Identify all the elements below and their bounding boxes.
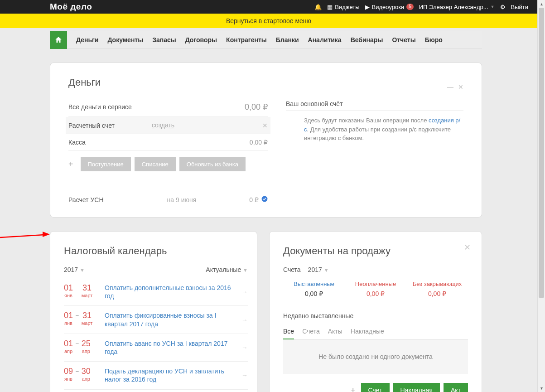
account-label: Расчетный счет bbox=[68, 122, 152, 129]
home-icon bbox=[54, 36, 63, 44]
refresh-bank-button[interactable]: Обновить из банка bbox=[179, 157, 246, 171]
docs-tab[interactable]: Все bbox=[283, 324, 294, 339]
close-icon[interactable]: ✕ bbox=[464, 242, 471, 252]
nav-forms[interactable]: Бланки bbox=[276, 36, 299, 44]
usn-date: на 9 июня bbox=[167, 196, 197, 203]
nav-reports[interactable]: Отчеты bbox=[392, 36, 415, 44]
all-money-value: 0,00 ₽ bbox=[245, 102, 268, 112]
docs-tab[interactable]: Акты bbox=[328, 324, 342, 339]
videos-label: Видеоуроки bbox=[372, 4, 405, 10]
expense-button[interactable]: Списание bbox=[135, 157, 176, 171]
tax-item[interactable]: 01апр–25апрОплатить аванс по УСН за I кв… bbox=[64, 334, 248, 361]
return-start-menu-label: Вернуться в стартовое меню bbox=[226, 17, 311, 24]
home-button[interactable] bbox=[50, 31, 67, 49]
bell-icon[interactable]: 🔔 bbox=[314, 4, 322, 10]
add-doc-icon[interactable]: + bbox=[351, 386, 356, 392]
add-icon[interactable]: + bbox=[68, 160, 77, 169]
money-widget: Деньги — ✕ Все деньги в сервисе 0,00 ₽ Р… bbox=[50, 63, 482, 218]
scroll-thumb[interactable] bbox=[539, 8, 544, 298]
videos-badge: 5 bbox=[406, 4, 414, 10]
cash-value: 0,00 ₽ bbox=[250, 139, 268, 146]
tax-filter-select[interactable]: Актуальные ▼ bbox=[206, 266, 248, 273]
close-icon[interactable]: ✕ bbox=[458, 83, 463, 91]
exit-label: Выйти bbox=[511, 4, 529, 10]
user-label: ИП Элеазер Александр... bbox=[419, 4, 488, 10]
tax-dates: 01янв–31март bbox=[64, 311, 98, 326]
widgets-label: Виджеты bbox=[335, 4, 359, 10]
arrow-right-icon: → bbox=[241, 344, 248, 351]
waybill-button[interactable]: Накладная bbox=[393, 383, 440, 392]
nav-stock[interactable]: Запасы bbox=[152, 36, 176, 44]
chevron-down-icon: ▼ bbox=[491, 5, 495, 9]
act-button[interactable]: Акт bbox=[444, 383, 468, 392]
tax-item[interactable]: 09янв–30апрПодать декларацию по УСН и за… bbox=[64, 361, 248, 389]
docs-col-value: 0,00 ₽ bbox=[283, 290, 345, 297]
chevron-down-icon: ▼ bbox=[80, 267, 85, 273]
docs-col-value: 0,00 ₽ bbox=[406, 290, 468, 297]
exit-link[interactable]: Выйти bbox=[511, 4, 529, 10]
docs-summary-col[interactable]: Неоплаченные0,00 ₽ bbox=[345, 281, 406, 297]
tax-dates: 01янв–31март bbox=[64, 284, 98, 298]
docs-summary: Выставленные0,00 ₽Неоплаченные0,00 ₽Без … bbox=[283, 281, 468, 303]
tax-item[interactable]: 01янв–31мартОплатить дополнительные взно… bbox=[64, 278, 248, 305]
user-menu[interactable]: ИП Элеазер Александр... ▼ bbox=[419, 4, 495, 10]
arrow-right-icon: → bbox=[241, 372, 248, 379]
create-account-link[interactable]: создать bbox=[152, 121, 174, 129]
nav-counterparties[interactable]: Контрагенты bbox=[226, 36, 267, 44]
nav-documents[interactable]: Документы bbox=[107, 36, 143, 44]
play-icon: ▶ bbox=[365, 4, 370, 10]
scroll-down-icon[interactable]: ▾ bbox=[538, 384, 545, 392]
income-button[interactable]: Поступление bbox=[81, 157, 131, 171]
logo: Моё дело bbox=[50, 2, 92, 12]
docs-tabs: ВсеСчетаАктыНакладные bbox=[283, 324, 468, 339]
nav-webinars[interactable]: Вебинары bbox=[351, 36, 383, 44]
sales-docs-title: Документы на продажу bbox=[283, 245, 468, 257]
vertical-scrollbar[interactable]: ▴ ▾ bbox=[537, 0, 545, 392]
tax-item[interactable]: 01янв–31мартОплатить фиксированные взнос… bbox=[64, 305, 248, 333]
gear-icon: ⚙ bbox=[500, 4, 506, 10]
nav-bureau[interactable]: Бюро bbox=[425, 36, 443, 44]
docs-col-label: Неоплаченные bbox=[345, 281, 406, 287]
money-title: Деньги bbox=[68, 77, 101, 88]
tax-calendar-title: Налоговый календарь bbox=[64, 245, 248, 257]
usn-label: Расчет УСН bbox=[68, 196, 104, 203]
hint-part1: Здесь будут показаны Ваши операции после bbox=[304, 117, 429, 124]
docs-col-label: Выставленные bbox=[283, 281, 345, 287]
nav-money[interactable]: Деньги bbox=[76, 36, 98, 44]
videos-link[interactable]: ▶ Видеоуроки 5 bbox=[365, 4, 414, 10]
tax-item-text[interactable]: Подать декларацию по УСН и заплатить нал… bbox=[105, 367, 235, 383]
docs-summary-col[interactable]: Без закрывающих0,00 ₽ bbox=[406, 281, 468, 297]
scroll-up-icon[interactable]: ▴ bbox=[538, 0, 545, 8]
tax-dates: 09янв–30апр bbox=[64, 367, 98, 382]
docs-year-select[interactable]: 2017 ▼ bbox=[308, 266, 329, 273]
docs-tab[interactable]: Накладные bbox=[351, 324, 384, 339]
account-remove-icon[interactable]: ✕ bbox=[262, 122, 268, 129]
recent-label: Недавно выставленные bbox=[283, 312, 468, 319]
main-nav: Деньги Документы Запасы Договоры Контраг… bbox=[50, 31, 482, 49]
tax-item-text[interactable]: Оплатить дополнительные взносы за 2016 г… bbox=[105, 284, 235, 300]
settings-link[interactable]: ⚙ bbox=[500, 4, 506, 10]
nav-analytics[interactable]: Аналитика bbox=[308, 36, 342, 44]
docs-empty: Не было создано ни одного документа bbox=[283, 339, 468, 374]
tax-year-select[interactable]: 2017 ▼ bbox=[64, 266, 85, 273]
sales-docs-widget: ✕ Документы на продажу Счета 2017 ▼ Выст… bbox=[269, 231, 482, 392]
minimize-icon[interactable]: — bbox=[447, 83, 453, 91]
invoice-button[interactable]: Счет bbox=[361, 383, 390, 392]
tax-item[interactable]: 01апр–30июньОплатить фиксированные взнос… bbox=[64, 389, 248, 392]
docs-year-label: 2017 bbox=[308, 266, 322, 273]
tax-item-text[interactable]: Оплатить фиксированные взносы за I кварт… bbox=[105, 311, 235, 328]
return-start-menu-bar[interactable]: Вернуться в стартовое меню bbox=[0, 14, 537, 28]
widgets-link[interactable]: ▦ Виджеты bbox=[327, 4, 359, 10]
docs-summary-col[interactable]: Выставленные0,00 ₽ bbox=[283, 281, 345, 297]
tax-filter-label: Актуальные bbox=[206, 266, 241, 273]
check-circle-icon[interactable] bbox=[261, 196, 268, 203]
nav-contracts[interactable]: Договоры bbox=[185, 36, 217, 44]
tax-item-text[interactable]: Оплатить аванс по УСН за I квартал 2017 … bbox=[105, 339, 235, 356]
svg-marker-1 bbox=[43, 232, 50, 237]
tax-dates: 01апр–25апр bbox=[64, 339, 98, 354]
cash-label: Касса bbox=[68, 139, 250, 146]
chevron-down-icon: ▼ bbox=[324, 267, 329, 273]
usn-value: 0 ₽ bbox=[249, 196, 259, 203]
tax-list: 01янв–31мартОплатить дополнительные взно… bbox=[64, 278, 248, 392]
docs-tab[interactable]: Счета bbox=[302, 324, 320, 339]
